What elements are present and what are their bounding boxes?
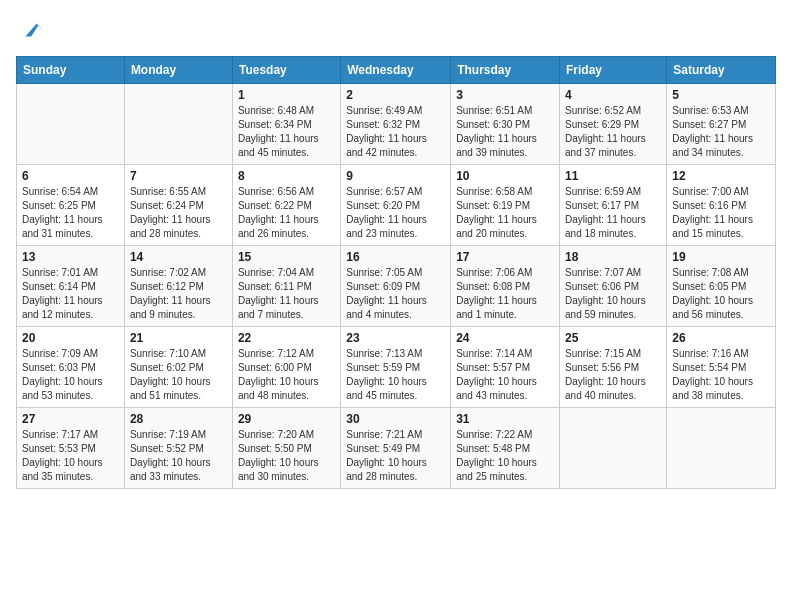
day-number: 27 <box>22 412 119 426</box>
day-cell: 11Sunrise: 6:59 AMSunset: 6:17 PMDayligh… <box>560 165 667 246</box>
day-info: Sunrise: 7:17 AMSunset: 5:53 PMDaylight:… <box>22 428 119 484</box>
day-number: 24 <box>456 331 554 345</box>
day-cell: 25Sunrise: 7:15 AMSunset: 5:56 PMDayligh… <box>560 327 667 408</box>
day-info: Sunrise: 7:07 AMSunset: 6:06 PMDaylight:… <box>565 266 661 322</box>
day-cell: 13Sunrise: 7:01 AMSunset: 6:14 PMDayligh… <box>17 246 125 327</box>
day-cell: 4Sunrise: 6:52 AMSunset: 6:29 PMDaylight… <box>560 84 667 165</box>
day-cell: 19Sunrise: 7:08 AMSunset: 6:05 PMDayligh… <box>667 246 776 327</box>
day-info: Sunrise: 7:06 AMSunset: 6:08 PMDaylight:… <box>456 266 554 322</box>
day-info: Sunrise: 7:13 AMSunset: 5:59 PMDaylight:… <box>346 347 445 403</box>
day-info: Sunrise: 6:49 AMSunset: 6:32 PMDaylight:… <box>346 104 445 160</box>
day-info: Sunrise: 7:22 AMSunset: 5:48 PMDaylight:… <box>456 428 554 484</box>
week-row-1: 1Sunrise: 6:48 AMSunset: 6:34 PMDaylight… <box>17 84 776 165</box>
day-cell: 21Sunrise: 7:10 AMSunset: 6:02 PMDayligh… <box>124 327 232 408</box>
day-number: 19 <box>672 250 770 264</box>
day-number: 15 <box>238 250 335 264</box>
day-cell <box>124 84 232 165</box>
day-info: Sunrise: 7:10 AMSunset: 6:02 PMDaylight:… <box>130 347 227 403</box>
day-info: Sunrise: 7:15 AMSunset: 5:56 PMDaylight:… <box>565 347 661 403</box>
day-number: 8 <box>238 169 335 183</box>
day-info: Sunrise: 7:20 AMSunset: 5:50 PMDaylight:… <box>238 428 335 484</box>
day-number: 12 <box>672 169 770 183</box>
week-row-4: 20Sunrise: 7:09 AMSunset: 6:03 PMDayligh… <box>17 327 776 408</box>
week-row-2: 6Sunrise: 6:54 AMSunset: 6:25 PMDaylight… <box>17 165 776 246</box>
header-day-thursday: Thursday <box>451 57 560 84</box>
day-cell: 28Sunrise: 7:19 AMSunset: 5:52 PMDayligh… <box>124 408 232 489</box>
day-info: Sunrise: 7:14 AMSunset: 5:57 PMDaylight:… <box>456 347 554 403</box>
page-header <box>16 16 776 44</box>
day-cell: 17Sunrise: 7:06 AMSunset: 6:08 PMDayligh… <box>451 246 560 327</box>
day-cell: 9Sunrise: 6:57 AMSunset: 6:20 PMDaylight… <box>341 165 451 246</box>
week-row-3: 13Sunrise: 7:01 AMSunset: 6:14 PMDayligh… <box>17 246 776 327</box>
day-number: 11 <box>565 169 661 183</box>
day-number: 28 <box>130 412 227 426</box>
day-cell: 7Sunrise: 6:55 AMSunset: 6:24 PMDaylight… <box>124 165 232 246</box>
day-cell: 29Sunrise: 7:20 AMSunset: 5:50 PMDayligh… <box>232 408 340 489</box>
header-day-friday: Friday <box>560 57 667 84</box>
day-number: 16 <box>346 250 445 264</box>
day-number: 22 <box>238 331 335 345</box>
day-cell <box>667 408 776 489</box>
day-info: Sunrise: 7:01 AMSunset: 6:14 PMDaylight:… <box>22 266 119 322</box>
day-number: 6 <box>22 169 119 183</box>
day-info: Sunrise: 6:51 AMSunset: 6:30 PMDaylight:… <box>456 104 554 160</box>
day-cell: 2Sunrise: 6:49 AMSunset: 6:32 PMDaylight… <box>341 84 451 165</box>
day-cell: 6Sunrise: 6:54 AMSunset: 6:25 PMDaylight… <box>17 165 125 246</box>
day-number: 2 <box>346 88 445 102</box>
day-number: 13 <box>22 250 119 264</box>
day-cell <box>17 84 125 165</box>
day-cell: 16Sunrise: 7:05 AMSunset: 6:09 PMDayligh… <box>341 246 451 327</box>
day-info: Sunrise: 7:19 AMSunset: 5:52 PMDaylight:… <box>130 428 227 484</box>
day-cell: 8Sunrise: 6:56 AMSunset: 6:22 PMDaylight… <box>232 165 340 246</box>
day-cell: 24Sunrise: 7:14 AMSunset: 5:57 PMDayligh… <box>451 327 560 408</box>
day-info: Sunrise: 6:56 AMSunset: 6:22 PMDaylight:… <box>238 185 335 241</box>
day-number: 21 <box>130 331 227 345</box>
day-info: Sunrise: 6:52 AMSunset: 6:29 PMDaylight:… <box>565 104 661 160</box>
header-day-saturday: Saturday <box>667 57 776 84</box>
day-cell: 27Sunrise: 7:17 AMSunset: 5:53 PMDayligh… <box>17 408 125 489</box>
svg-marker-0 <box>25 23 44 36</box>
day-info: Sunrise: 7:05 AMSunset: 6:09 PMDaylight:… <box>346 266 445 322</box>
day-cell: 5Sunrise: 6:53 AMSunset: 6:27 PMDaylight… <box>667 84 776 165</box>
day-cell: 14Sunrise: 7:02 AMSunset: 6:12 PMDayligh… <box>124 246 232 327</box>
day-number: 3 <box>456 88 554 102</box>
day-info: Sunrise: 6:55 AMSunset: 6:24 PMDaylight:… <box>130 185 227 241</box>
header-day-wednesday: Wednesday <box>341 57 451 84</box>
day-number: 30 <box>346 412 445 426</box>
day-info: Sunrise: 7:02 AMSunset: 6:12 PMDaylight:… <box>130 266 227 322</box>
day-cell: 30Sunrise: 7:21 AMSunset: 5:49 PMDayligh… <box>341 408 451 489</box>
day-number: 31 <box>456 412 554 426</box>
header-day-tuesday: Tuesday <box>232 57 340 84</box>
day-cell: 23Sunrise: 7:13 AMSunset: 5:59 PMDayligh… <box>341 327 451 408</box>
day-number: 14 <box>130 250 227 264</box>
day-info: Sunrise: 6:54 AMSunset: 6:25 PMDaylight:… <box>22 185 119 241</box>
logo-icon <box>18 16 46 44</box>
day-info: Sunrise: 7:00 AMSunset: 6:16 PMDaylight:… <box>672 185 770 241</box>
day-number: 4 <box>565 88 661 102</box>
day-cell: 31Sunrise: 7:22 AMSunset: 5:48 PMDayligh… <box>451 408 560 489</box>
day-cell: 26Sunrise: 7:16 AMSunset: 5:54 PMDayligh… <box>667 327 776 408</box>
day-cell: 22Sunrise: 7:12 AMSunset: 6:00 PMDayligh… <box>232 327 340 408</box>
day-number: 17 <box>456 250 554 264</box>
day-number: 25 <box>565 331 661 345</box>
day-number: 20 <box>22 331 119 345</box>
calendar-header: SundayMondayTuesdayWednesdayThursdayFrid… <box>17 57 776 84</box>
day-number: 5 <box>672 88 770 102</box>
day-info: Sunrise: 7:21 AMSunset: 5:49 PMDaylight:… <box>346 428 445 484</box>
day-cell: 1Sunrise: 6:48 AMSunset: 6:34 PMDaylight… <box>232 84 340 165</box>
day-info: Sunrise: 6:58 AMSunset: 6:19 PMDaylight:… <box>456 185 554 241</box>
day-cell: 20Sunrise: 7:09 AMSunset: 6:03 PMDayligh… <box>17 327 125 408</box>
day-cell: 10Sunrise: 6:58 AMSunset: 6:19 PMDayligh… <box>451 165 560 246</box>
header-day-sunday: Sunday <box>17 57 125 84</box>
header-row: SundayMondayTuesdayWednesdayThursdayFrid… <box>17 57 776 84</box>
day-cell: 18Sunrise: 7:07 AMSunset: 6:06 PMDayligh… <box>560 246 667 327</box>
day-cell: 12Sunrise: 7:00 AMSunset: 6:16 PMDayligh… <box>667 165 776 246</box>
logo <box>16 16 46 44</box>
day-info: Sunrise: 7:09 AMSunset: 6:03 PMDaylight:… <box>22 347 119 403</box>
calendar-body: 1Sunrise: 6:48 AMSunset: 6:34 PMDaylight… <box>17 84 776 489</box>
week-row-5: 27Sunrise: 7:17 AMSunset: 5:53 PMDayligh… <box>17 408 776 489</box>
day-info: Sunrise: 7:08 AMSunset: 6:05 PMDaylight:… <box>672 266 770 322</box>
header-day-monday: Monday <box>124 57 232 84</box>
day-number: 23 <box>346 331 445 345</box>
day-number: 1 <box>238 88 335 102</box>
